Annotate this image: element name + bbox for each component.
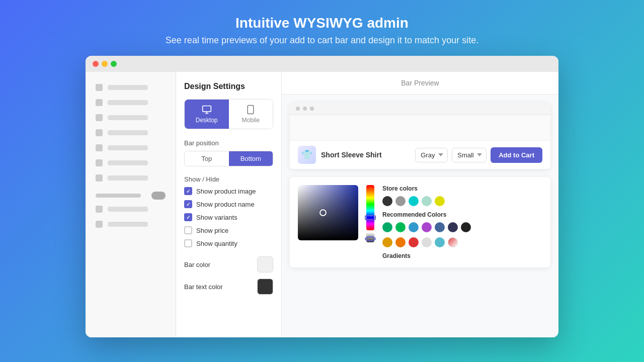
online-store-icon	[96, 206, 103, 213]
sidebar-item-apps[interactable]	[86, 170, 176, 186]
bar-text-color-label: Bar text color	[184, 283, 223, 291]
sidebar	[86, 72, 176, 337]
hue-slider-container	[366, 185, 374, 259]
preview-browser: 👕 Short Sleeve Shirt Gray Small A	[290, 103, 550, 169]
minimize-button[interactable]	[102, 61, 108, 67]
sidebar-item-point-of-sale[interactable]	[86, 217, 176, 232]
show-product-image-checkbox[interactable]	[184, 187, 192, 195]
store-colors-title: Store colors	[382, 185, 542, 192]
cart-bar-right: Gray Small Add to Cart	[415, 147, 542, 163]
variant-color-select[interactable]: Gray	[415, 148, 448, 162]
show-hide-label: Show / Hide	[184, 175, 273, 183]
store-color-4[interactable]	[422, 196, 432, 206]
color-picker-section: Store colors Recommended Colors	[290, 177, 550, 267]
store-colors-row	[382, 196, 542, 206]
rec-color-1[interactable]	[382, 222, 392, 232]
sidebar-item-orders[interactable]	[86, 95, 176, 110]
grad-color-2[interactable]	[395, 237, 406, 247]
store-color-2[interactable]	[395, 196, 406, 206]
sidebar-analytics-label	[108, 145, 148, 150]
bar-color-label: Bar color	[184, 261, 210, 268]
rec-color-5[interactable]	[435, 222, 445, 232]
sidebar-item-home[interactable]	[86, 80, 176, 95]
app-window: Design Settings Desktop	[86, 56, 558, 337]
show-price-row: Show price	[184, 226, 273, 234]
rec-color-2[interactable]	[395, 222, 406, 232]
position-top[interactable]: Top	[185, 151, 229, 166]
browser-dot-2	[303, 107, 307, 111]
show-quantity-checkbox[interactable]	[184, 239, 192, 247]
show-product-image-row: Show product image	[184, 187, 273, 195]
sidebar-toggle[interactable]	[151, 192, 166, 200]
sidebar-home-label	[108, 85, 148, 90]
svg-rect-0	[202, 106, 211, 112]
browser-dot-1	[296, 107, 300, 111]
bar-preview-label: Bar Preview	[282, 72, 558, 95]
show-quantity-label: Show quantity	[196, 240, 237, 247]
store-color-1[interactable]	[382, 196, 392, 206]
store-color-5[interactable]	[435, 196, 445, 206]
apps-icon	[96, 174, 103, 182]
grad-color-3[interactable]	[409, 237, 419, 247]
desktop-icon	[202, 105, 212, 115]
recommended-colors-row	[382, 222, 542, 232]
sidebar-item-discounts[interactable]	[86, 155, 176, 170]
alpha-slider[interactable]	[366, 232, 374, 242]
recommended-colors-title: Recommended Colors	[382, 211, 542, 218]
header-subtitle: See real time previews of your add to ca…	[166, 35, 478, 46]
grad-color-6[interactable]	[448, 237, 458, 247]
maximize-button[interactable]	[111, 61, 117, 67]
title-bar	[86, 56, 558, 72]
show-variants-row: Show variants	[184, 213, 273, 221]
bar-text-color-swatch[interactable]	[257, 279, 273, 295]
main-panel: Design Settings Desktop	[176, 72, 558, 337]
tab-mobile-label: Mobile	[242, 117, 260, 124]
gradients-title: Gradients	[382, 252, 542, 259]
product-thumbnail: 👕	[298, 146, 316, 164]
hue-slider-handle	[365, 215, 376, 220]
orders-icon	[96, 99, 103, 106]
tab-desktop[interactable]: Desktop	[185, 100, 229, 129]
cart-bar: 👕 Short Sleeve Shirt Gray Small A	[290, 140, 550, 169]
design-settings-panel: Design Settings Desktop	[176, 72, 282, 337]
preview-panel: Bar Preview 👕 Short Sleeve Shirt	[282, 72, 558, 337]
rec-color-4[interactable]	[422, 222, 432, 232]
hue-slider[interactable]	[366, 185, 374, 230]
discounts-icon	[96, 159, 103, 166]
add-to-cart-button[interactable]: Add to Cart	[491, 147, 542, 163]
show-price-checkbox[interactable]	[184, 226, 192, 234]
device-tabs: Desktop Mobile	[184, 99, 273, 129]
sidebar-item-products[interactable]	[86, 110, 176, 125]
close-button[interactable]	[93, 61, 99, 67]
position-tabs: Top Bottom	[184, 151, 273, 166]
browser-address-bar	[290, 103, 550, 115]
sidebar-pos-label	[108, 222, 148, 227]
show-product-name-row: Show product name	[184, 200, 273, 208]
mobile-icon	[246, 105, 256, 115]
rec-color-3[interactable]	[409, 222, 419, 232]
gradient-colors-row	[382, 237, 542, 247]
sidebar-item-analytics[interactable]	[86, 140, 176, 155]
show-product-name-checkbox[interactable]	[184, 200, 192, 208]
show-product-image-label: Show product image	[196, 188, 256, 195]
rec-color-7[interactable]	[461, 222, 471, 232]
sidebar-item-online-store[interactable]	[86, 202, 176, 217]
cart-bar-left: 👕 Short Sleeve Shirt	[298, 146, 382, 164]
show-hide-section: Show / Hide Show product image Show prod…	[184, 175, 273, 247]
grad-color-5[interactable]	[435, 237, 445, 247]
position-bottom[interactable]: Bottom	[229, 151, 273, 166]
tab-mobile[interactable]: Mobile	[229, 100, 273, 129]
store-color-3[interactable]	[409, 196, 419, 206]
rec-color-6[interactable]	[448, 222, 458, 232]
bar-color-row: Bar color	[184, 256, 273, 273]
grad-color-4[interactable]	[422, 237, 432, 247]
grad-color-1[interactable]	[382, 237, 392, 247]
sidebar-item-customers[interactable]	[86, 125, 176, 140]
show-variants-checkbox[interactable]	[184, 213, 192, 221]
customers-icon	[96, 129, 103, 136]
analytics-icon	[96, 144, 103, 151]
bar-color-swatch[interactable]	[257, 256, 273, 273]
gradient-picker[interactable]	[298, 185, 358, 240]
variant-size-select[interactable]: Small	[452, 148, 487, 162]
show-product-name-label: Show product name	[196, 201, 255, 208]
